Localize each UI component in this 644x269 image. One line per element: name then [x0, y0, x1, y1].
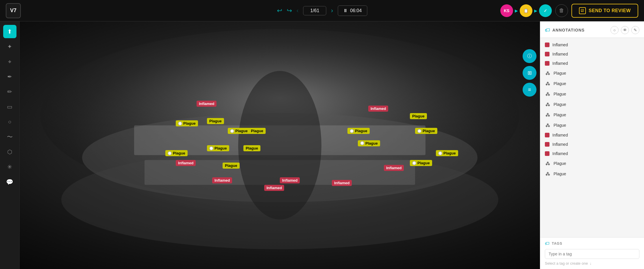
anno-plague-12[interactable]: Plague: [358, 140, 380, 146]
xray-image: Inflamed Inflamed Inflamed Inflamed Infl…: [20, 21, 540, 269]
anno-plague-4[interactable]: Plague: [249, 128, 266, 134]
anno-color-plague: ⁂: [545, 70, 551, 76]
tool-cube[interactable]: ⬡: [3, 145, 16, 159]
tool-freehand[interactable]: 〜: [3, 130, 16, 143]
list-item[interactable]: Inflamed: [540, 49, 644, 59]
list-item[interactable]: ⁂ Plague: [540, 158, 644, 169]
undo-button[interactable]: ↩: [277, 7, 282, 14]
timer-button[interactable]: ⏸ 06:04: [338, 5, 367, 16]
anno-color-plague: ⁂: [545, 171, 551, 177]
anno-plague-8[interactable]: Plague: [223, 163, 240, 169]
list-item[interactable]: Inflamed: [540, 140, 644, 149]
list-item[interactable]: Inflamed: [540, 59, 644, 68]
annotation-label: Inflamed: [552, 151, 639, 156]
tool-auto-annotate[interactable]: ✦: [3, 40, 16, 53]
grid-button[interactable]: ⊞: [523, 66, 536, 80]
tags-title: TAGS: [552, 242, 562, 246]
main: ⬆ ✦ ⌖ ✒ ✏ ▭ ○ 〜 ⬡ ✳ 💬: [0, 21, 644, 269]
anno-color-plague: ⁂: [545, 91, 551, 97]
tool-rectangle[interactable]: ▭: [3, 100, 16, 113]
list-item[interactable]: ⁂ Plague: [540, 78, 644, 89]
anno-inflamed-7[interactable]: Inflamed: [332, 180, 352, 186]
annotation-label: Inflamed: [552, 52, 639, 56]
tool-chat[interactable]: 💬: [3, 175, 16, 189]
anno-plague-3[interactable]: Plague: [228, 128, 250, 134]
anno-inflamed-6[interactable]: Inflamed: [280, 177, 300, 183]
anno-plague-6[interactable]: Plague: [243, 145, 260, 151]
annotation-label: Plague: [554, 123, 639, 128]
anno-plague-5[interactable]: Plague: [207, 145, 229, 151]
anno-color-plague: ⁂: [545, 81, 551, 86]
anno-color-plague: ⁂: [545, 102, 551, 107]
annotations-icon: 🏷: [545, 27, 550, 33]
tool-select[interactable]: ⬆: [3, 25, 16, 38]
anno-color-plague: ⁂: [545, 161, 551, 166]
avatar-group: KS ▶ 📋 ▶ ✓: [500, 4, 552, 17]
list-item[interactable]: ⁂ Plague: [540, 68, 644, 78]
tags-icon: 🏷: [545, 241, 549, 246]
tool-magic-wand[interactable]: ✳: [3, 160, 16, 174]
avatar-check: ✓: [539, 4, 552, 17]
annotations-circle-btn[interactable]: ○: [610, 26, 619, 34]
send-to-review-button[interactable]: ☑ SEND TO REVIEW: [571, 4, 638, 18]
list-item[interactable]: ⁂ Plague: [540, 89, 644, 99]
list-item[interactable]: ⁂ Plague: [540, 120, 644, 130]
annotation-label: Inflamed: [552, 133, 639, 137]
anno-plague-1[interactable]: Plague: [176, 120, 198, 126]
anno-plague-2[interactable]: Plague: [207, 118, 224, 124]
header-right: KS ▶ 📋 ▶ ✓ 🗑 ☑ SEND TO REVIEW: [500, 4, 638, 18]
anno-plague-14[interactable]: Plague: [410, 160, 432, 166]
list-item[interactable]: ⁂ Plague: [540, 110, 644, 120]
anno-inflamed-3[interactable]: Inflamed: [176, 160, 196, 166]
info-button[interactable]: ⓘ: [523, 49, 536, 63]
prev-button[interactable]: ‹: [297, 7, 299, 14]
annotation-label: Plague: [554, 172, 639, 176]
right-panel: 🏷 ANNOTATIONS ○ 👁 ✎ Inflamed Inflamed: [540, 21, 644, 269]
tool-pen[interactable]: ✒: [3, 70, 16, 83]
send-review-icon: ☑: [579, 7, 586, 14]
anno-plague-7[interactable]: Plague: [165, 150, 188, 156]
tags-section: 🏷 TAGS Select a tag or create one ↓: [540, 237, 644, 269]
anno-plague-10[interactable]: Plague: [410, 113, 427, 119]
redo-button[interactable]: ↪: [287, 7, 292, 14]
anno-color-plague: ⁂: [545, 122, 551, 128]
next-button[interactable]: ›: [331, 7, 333, 14]
list-item[interactable]: Inflamed: [540, 130, 644, 140]
tool-pencil[interactable]: ✏: [3, 85, 16, 98]
anno-plague-11[interactable]: Plague: [415, 128, 437, 134]
anno-plague-13[interactable]: Plague: [436, 150, 458, 156]
anno-inflamed-1[interactable]: Inflamed: [197, 101, 216, 107]
timer-icon: ⏸: [343, 8, 348, 13]
send-review-label: SEND TO REVIEW: [589, 8, 631, 13]
list-item[interactable]: ⁂ Plague: [540, 169, 644, 179]
canvas-area[interactable]: Inflamed Inflamed Inflamed Inflamed Infl…: [20, 21, 540, 269]
layers-button[interactable]: ≡: [523, 83, 536, 97]
anno-plague-9[interactable]: Plague: [347, 128, 370, 134]
anno-inflamed-8[interactable]: Inflamed: [384, 165, 404, 171]
anno-inflamed-5[interactable]: Inflamed: [264, 185, 284, 191]
annotation-label: Inflamed: [552, 43, 639, 47]
annotation-label: Inflamed: [552, 142, 639, 147]
flow-arrow-2: ▶: [534, 8, 537, 13]
xray-overlay: [20, 21, 540, 269]
annotations-edit-btn[interactable]: ✎: [631, 26, 639, 34]
anno-color-inflamed: [545, 52, 549, 56]
anno-inflamed-2[interactable]: Inflamed: [368, 106, 388, 112]
tags-input[interactable]: [545, 249, 639, 259]
list-item[interactable]: ⁂ Plague: [540, 99, 644, 110]
tool-circle[interactable]: ○: [3, 115, 16, 128]
header-center: ↩ ↪ ‹ 1/61 › ⏸ 06:04: [277, 5, 367, 16]
anno-color-inflamed: [545, 61, 549, 66]
anno-color-inflamed: [545, 43, 549, 47]
tool-polygon[interactable]: ⌖: [3, 55, 16, 68]
delete-button[interactable]: 🗑: [555, 4, 568, 17]
annotation-label: Plague: [554, 161, 639, 166]
annotations-eye-btn[interactable]: 👁: [621, 26, 629, 34]
anno-inflamed-4[interactable]: Inflamed: [212, 177, 232, 183]
annotations-title: ANNOTATIONS: [552, 28, 608, 32]
list-item[interactable]: Inflamed: [540, 149, 644, 158]
avatar-ks: KS: [500, 4, 513, 17]
timer-value: 06:04: [350, 8, 362, 13]
page-counter: 1/61: [303, 6, 326, 15]
list-item[interactable]: Inflamed: [540, 40, 644, 49]
